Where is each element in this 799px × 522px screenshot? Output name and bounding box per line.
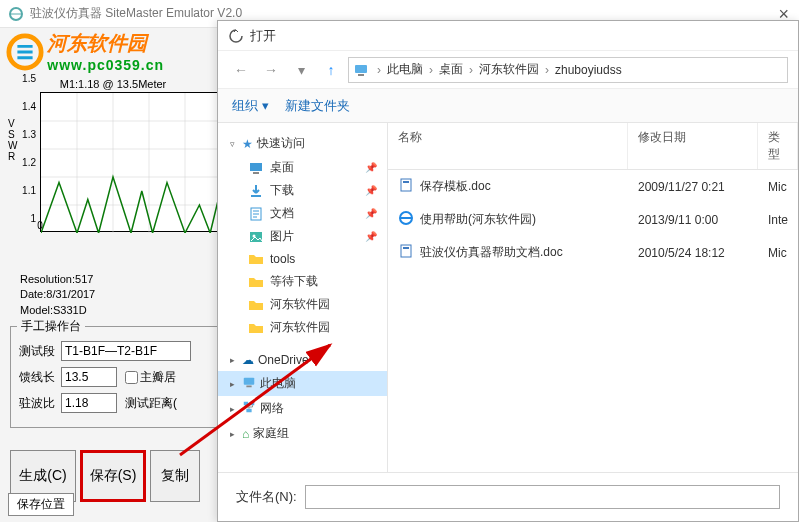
watermark: 河东软件园 www.pc0359.cn — [6, 30, 164, 73]
tree-item[interactable]: 桌面📌 — [218, 156, 387, 179]
tree-item[interactable]: 河东软件园 — [218, 293, 387, 316]
nav-back-button[interactable]: ← — [228, 57, 254, 83]
folder-icon — [248, 274, 264, 290]
file-date: 2013/9/11 0:00 — [628, 210, 758, 230]
tree-item[interactable]: 等待下载 — [218, 270, 387, 293]
svg-rect-11 — [355, 65, 367, 73]
dialog-footer: 文件名(N): — [218, 472, 798, 521]
chart-title: M1:1.18 @ 13.5Meter — [18, 78, 208, 90]
tree-onedrive[interactable]: ▸ ☁ OneDrive — [218, 349, 387, 371]
svg-rect-20 — [246, 386, 251, 388]
nav-recent-button[interactable]: ▾ — [288, 57, 314, 83]
tree-item[interactable]: 河东软件园 — [218, 316, 387, 339]
cable-len-label: 馈线长 — [19, 369, 61, 386]
dialog-titlebar: 打开 — [218, 21, 798, 51]
file-date: 2009/11/27 0:21 — [628, 177, 758, 197]
chart-plot — [40, 92, 220, 232]
tree-homegroup[interactable]: ▸ ⌂ 家庭组 — [218, 421, 387, 446]
pictures-icon — [248, 229, 264, 245]
col-date[interactable]: 修改日期 — [628, 123, 758, 169]
chevron-right-icon: › — [541, 63, 553, 77]
pc-icon — [242, 375, 256, 392]
file-icon — [398, 215, 414, 229]
folder-icon — [248, 320, 264, 336]
tree-item-label: 图片 — [270, 228, 294, 245]
breadcrumb-seg[interactable]: 此电脑 — [385, 61, 425, 78]
tree-item[interactable]: 文档📌 — [218, 202, 387, 225]
cable-len-input[interactable] — [61, 367, 117, 387]
test-seg-input[interactable] — [61, 341, 191, 361]
tree-item-label: 下载 — [270, 182, 294, 199]
caret-icon: ▸ — [230, 404, 240, 414]
dist-label: 测试距离( — [125, 395, 177, 412]
new-folder-button[interactable]: 新建文件夹 — [285, 97, 350, 115]
tree-quick-access[interactable]: ▿ ★ 快速访问 — [218, 131, 387, 156]
file-row[interactable]: 使用帮助(河东软件园)2013/9/11 0:00Inte — [388, 203, 798, 236]
desktop-icon — [248, 160, 264, 176]
main-window-title: 驻波仪仿真器 SiteMaster Emulator V2.0 — [30, 5, 242, 22]
dialog-icon — [228, 28, 244, 44]
vswr-input[interactable] — [61, 393, 117, 413]
dialog-navbar: ← → ▾ ↑ › 此电脑 › 桌面 › 河东软件园 › zhuboyiudss — [218, 51, 798, 89]
chart-area: M1:1.18 @ 13.5Meter VSWR 1.5 1.4 1.3 1.2… — [18, 78, 208, 238]
save-location-tab[interactable]: 保存位置 — [8, 493, 74, 516]
col-type[interactable]: 类型 — [758, 123, 798, 169]
path-bar[interactable]: › 此电脑 › 桌面 › 河东软件园 › zhuboyiudss — [348, 57, 788, 83]
download-icon — [248, 183, 264, 199]
file-list-header: 名称 修改日期 类型 — [388, 123, 798, 170]
pin-icon: 📌 — [365, 231, 377, 242]
file-icon — [398, 182, 414, 196]
col-name[interactable]: 名称 — [388, 123, 628, 169]
caret-icon: ▸ — [230, 379, 240, 389]
filename-input[interactable] — [305, 485, 780, 509]
chart-y-ticks: 1.5 1.4 1.3 1.2 1.1 1 — [18, 78, 38, 218]
tree-item-label: 等待下载 — [270, 273, 318, 290]
breadcrumb-seg[interactable]: zhuboyiudss — [553, 63, 624, 77]
tree-item-label: 河东软件园 — [270, 296, 330, 313]
svg-rect-25 — [403, 181, 409, 183]
nav-forward-button[interactable]: → — [258, 57, 284, 83]
tree-item-label: tools — [270, 252, 295, 266]
watermark-logo-icon — [6, 33, 44, 71]
dialog-title: 打开 — [250, 27, 276, 45]
mainlobe-label: 主瓣居 — [140, 369, 176, 386]
file-type: Mic — [758, 177, 798, 197]
nav-up-button[interactable]: ↑ — [318, 57, 344, 83]
pin-icon: 📌 — [365, 162, 377, 173]
tree-this-pc[interactable]: ▸ 此电脑 — [218, 371, 387, 396]
filename-label: 文件名(N): — [236, 488, 297, 506]
svg-rect-23 — [246, 409, 251, 413]
svg-rect-14 — [253, 172, 259, 174]
tree-item[interactable]: 图片📌 — [218, 225, 387, 248]
svg-rect-22 — [250, 402, 254, 406]
homegroup-icon: ⌂ — [242, 427, 249, 441]
file-type: Mic — [758, 243, 798, 263]
pin-icon: 📌 — [365, 185, 377, 196]
breadcrumb-seg[interactable]: 桌面 — [437, 61, 465, 78]
caret-icon: ▸ — [230, 429, 240, 439]
breadcrumb-seg[interactable]: 河东软件园 — [477, 61, 541, 78]
tree-network[interactable]: ▸ 网络 — [218, 396, 387, 421]
file-list: 名称 修改日期 类型 保存模板.doc2009/11/27 0:21Mic使用帮… — [388, 123, 798, 472]
chart-info: Resolution:517 Date:8/31/2017 Model:S331… — [20, 272, 95, 318]
mainlobe-checkbox[interactable] — [125, 371, 138, 384]
chart-y-axis-label: VSWR — [8, 118, 17, 162]
tree-item-label: 河东软件园 — [270, 319, 330, 336]
file-row[interactable]: 保存模板.doc2009/11/27 0:21Mic — [388, 170, 798, 203]
svg-rect-12 — [358, 74, 364, 76]
file-row[interactable]: 驻波仪仿真器帮助文档.doc2010/5/24 18:12Mic — [388, 236, 798, 269]
file-name: 驻波仪仿真器帮助文档.doc — [420, 245, 563, 259]
tree-item[interactable]: tools — [218, 248, 387, 270]
svg-rect-15 — [251, 195, 261, 197]
chevron-right-icon: › — [373, 63, 385, 77]
chevron-right-icon: › — [465, 63, 477, 77]
organize-menu[interactable]: 组织 ▾ — [232, 97, 269, 115]
tree-item-label: 桌面 — [270, 159, 294, 176]
tree-item[interactable]: 下载📌 — [218, 179, 387, 202]
copy-button[interactable]: 复制 — [150, 450, 200, 502]
manual-panel: 手工操作台 测试段 馈线长 主瓣居 驻波比 测试距离( — [10, 326, 225, 428]
cloud-icon: ☁ — [242, 353, 254, 367]
save-button[interactable]: 保存(S) — [80, 450, 146, 502]
pin-icon: 📌 — [365, 208, 377, 219]
mainlobe-checkbox-wrap[interactable]: 主瓣居 — [125, 369, 176, 386]
